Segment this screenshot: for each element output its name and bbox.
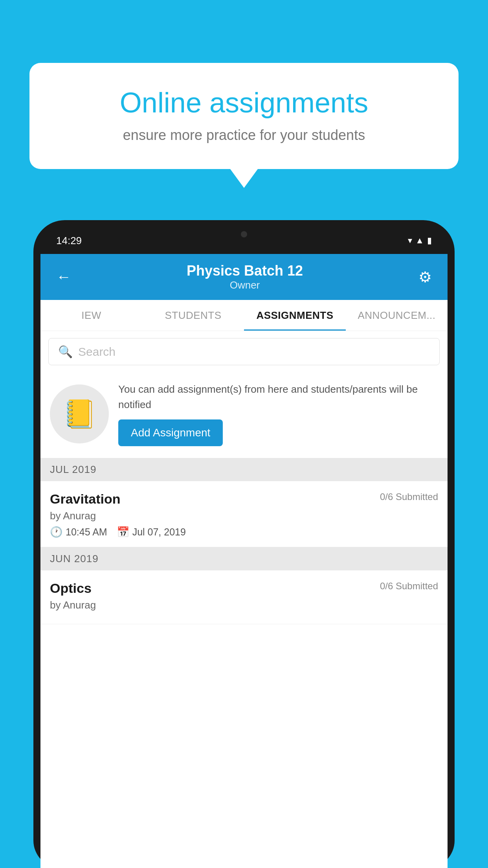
- phone-frame: 14:29 ▾ ▲ ▮ ← Physics Batch 12 Owner ⚙: [33, 220, 455, 868]
- promo-content: You can add assignment(s) from here and …: [118, 382, 440, 446]
- assignment-time: 🕐 10:45 AM: [50, 526, 107, 538]
- speech-bubble: Online assignments ensure more practice …: [29, 63, 459, 169]
- section-jul-2019: JUL 2019: [40, 458, 448, 481]
- header-center: Physics Batch 12 Owner: [187, 263, 303, 291]
- assignment-optics-top-row: Optics 0/6 Submitted: [50, 581, 438, 596]
- header-subtitle: Owner: [187, 279, 303, 291]
- calendar-icon: 📅: [117, 526, 129, 538]
- clock-icon: 🕐: [50, 526, 62, 538]
- time-value: 10:45 AM: [66, 526, 107, 538]
- phone-screen: ← Physics Batch 12 Owner ⚙ IEW STUDENTS …: [40, 254, 448, 868]
- assignment-by-optics: by Anurag: [50, 599, 438, 611]
- bubble-subtitle: ensure more practice for your students: [57, 127, 431, 143]
- date-value: Jul 07, 2019: [132, 526, 186, 538]
- tab-assignments[interactable]: ASSIGNMENTS: [244, 300, 346, 331]
- back-button[interactable]: ←: [56, 268, 71, 285]
- phone-outer: 14:29 ▾ ▲ ▮ ← Physics Batch 12 Owner ⚙: [33, 220, 455, 868]
- phone-notch: [220, 227, 268, 241]
- app-header: ← Physics Batch 12 Owner ⚙: [40, 254, 448, 300]
- search-bar[interactable]: 🔍 Search: [48, 338, 440, 365]
- assignment-meta-gravitation: 🕐 10:45 AM 📅 Jul 07, 2019: [50, 526, 438, 538]
- status-time: 14:29: [56, 235, 82, 247]
- search-placeholder: Search: [78, 345, 116, 359]
- section-jun-2019: JUN 2019: [40, 547, 448, 570]
- status-bar: 14:29 ▾ ▲ ▮: [40, 227, 448, 254]
- assignment-optics[interactable]: Optics 0/6 Submitted by Anurag: [40, 570, 448, 624]
- assignment-top-row: Gravitation 0/6 Submitted: [50, 491, 438, 507]
- speech-bubble-container: Online assignments ensure more practice …: [29, 63, 459, 169]
- add-assignment-button[interactable]: Add Assignment: [118, 419, 223, 446]
- settings-icon[interactable]: ⚙: [418, 268, 432, 286]
- assignment-by-gravitation: by Anurag: [50, 510, 438, 522]
- search-icon: 🔍: [58, 345, 73, 359]
- section-jul-label: JUL 2019: [50, 463, 96, 475]
- assignment-date: 📅 Jul 07, 2019: [117, 526, 186, 538]
- assignment-name-gravitation: Gravitation: [50, 491, 120, 507]
- promo-text: You can add assignment(s) from here and …: [118, 382, 440, 412]
- wifi-icon: ▾: [408, 235, 412, 246]
- promo-card: 📒 You can add assignment(s) from here an…: [40, 372, 448, 458]
- assignment-submitted-optics: 0/6 Submitted: [380, 581, 438, 592]
- tab-iew[interactable]: IEW: [40, 300, 142, 331]
- notebook-icon: 📒: [62, 398, 97, 430]
- section-jun-label: JUN 2019: [50, 553, 99, 565]
- search-container: 🔍 Search: [40, 331, 448, 372]
- battery-icon: ▮: [427, 235, 432, 246]
- assignment-name-optics: Optics: [50, 581, 92, 596]
- assignment-submitted-gravitation: 0/6 Submitted: [380, 491, 438, 502]
- status-icons: ▾ ▲ ▮: [408, 235, 432, 246]
- promo-icon-circle: 📒: [50, 384, 109, 443]
- assignment-gravitation[interactable]: Gravitation 0/6 Submitted by Anurag 🕐 10…: [40, 481, 448, 547]
- tab-announcements[interactable]: ANNOUNCEM...: [346, 300, 448, 331]
- signal-icon: ▲: [415, 235, 424, 246]
- camera-dot: [241, 231, 247, 237]
- tabs-container: IEW STUDENTS ASSIGNMENTS ANNOUNCEM...: [40, 300, 448, 331]
- bubble-title: Online assignments: [57, 86, 431, 119]
- tab-students[interactable]: STUDENTS: [142, 300, 244, 331]
- header-title: Physics Batch 12: [187, 263, 303, 279]
